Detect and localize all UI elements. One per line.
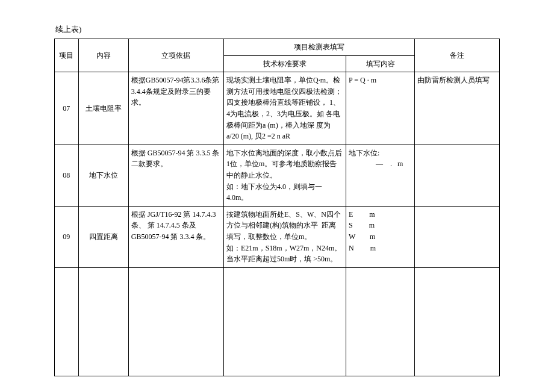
header-measurement-group: 项目检测表填写 [224,39,415,56]
filler-cell [55,267,79,376]
cell-project: 07 [55,72,79,145]
table-caption: 续上表) [55,24,500,35]
cell-basis: 根据 JGJ/T16-92 第 14.7.4.3条、 第 14.7.4.5 条及… [128,206,223,267]
standards-table: 项目 内容 立项依据 项目检测表填写 备注 技术标准要求 填写内容 07 土壤电… [54,39,500,376]
cell-fill: P = Q · m [346,72,414,145]
table-row: 08 地下水位 根据 GB50057-94 第 3.3.5 条二款要求。 地下水… [55,145,500,206]
cell-project: 09 [55,206,79,267]
cell-basis: 根据GB50057-94第3.3.6条第 3.4.4条规定及附录三的要求。 [128,72,223,145]
header-tech-standard: 技术标准要求 [224,55,346,72]
table-filler-row [55,267,500,376]
filler-cell [415,267,500,376]
cell-fill: 地下水位: — . m [346,145,414,206]
filler-cell [346,267,414,376]
cell-remark: 由防雷所检测人员填写 [415,72,500,145]
cell-tech: 按建筑物地面所处E、S、W、N四个方位与相邻建(构)筑物的水平 距离填写，取整数… [224,206,346,267]
cell-remark [415,145,500,206]
filler-cell [128,267,223,376]
header-project: 项目 [55,39,79,72]
header-remark: 备注 [415,39,500,72]
header-basis: 立项依据 [128,39,223,72]
cell-project: 08 [55,145,79,206]
cell-content: 四置距离 [78,206,128,267]
cell-fill: E m S m W m N m [346,206,414,267]
cell-content: 地下水位 [78,145,128,206]
cell-remark [415,206,500,267]
header-fill-content: 填写内容 [346,55,414,72]
cell-tech: 地下水位离地面的深度，取小数点后1位，单位m。可参考地质勘察报告中的静止水位。 … [224,145,346,206]
table-row: 07 土壤电阻率 根据GB50057-94第3.3.6条第 3.4.4条规定及附… [55,72,500,145]
table-row: 09 四置距离 根据 JGJ/T16-92 第 14.7.4.3条、 第 14.… [55,206,500,267]
cell-tech: 现场实测土壤电阻率，单位Q·m。检测方法可用接地电阻仪四极法检测；四支接地极棒沿… [224,72,346,145]
cell-basis: 根据 GB50057-94 第 3.3.5 条二款要求。 [128,145,223,206]
header-content: 内容 [78,39,128,72]
cell-content: 土壤电阻率 [78,72,128,145]
filler-cell [78,267,128,376]
filler-cell [224,267,346,376]
